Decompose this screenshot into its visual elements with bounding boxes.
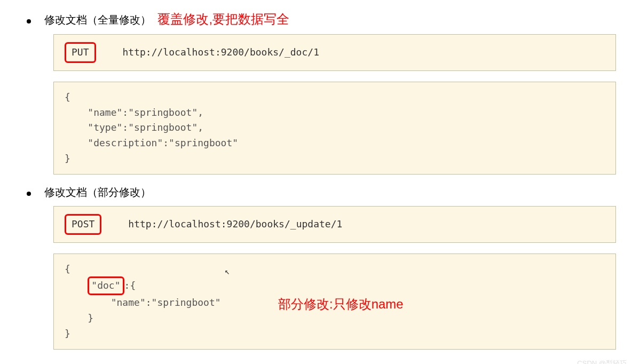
bullet-item-partial-update: 修改文档（部分修改） <box>16 185 616 200</box>
code-box-post-request: POST http://localhost:9200/books/_update… <box>53 206 616 243</box>
http-method-put: PUT <box>65 42 96 63</box>
json-line: } <box>65 151 605 167</box>
http-method-post: POST <box>65 214 101 235</box>
cursor-icon: ↖ <box>225 265 230 279</box>
json-line: "name":"springboot", <box>65 105 605 121</box>
json-line: "type":"springboot", <box>65 120 605 136</box>
json-line: { <box>65 262 605 277</box>
doc-key-highlight: "doc" <box>88 276 124 295</box>
bullet-icon <box>27 192 31 196</box>
annotation-partial-update: 部分修改:只修改name <box>278 294 404 314</box>
json-line: } <box>65 326 605 342</box>
watermark: CSDN @梨轻巧 <box>577 359 627 364</box>
bullet-text-full: 修改文档（全量修改） <box>44 14 151 26</box>
json-line: "description":"springboot" <box>65 136 605 151</box>
code-box-post-body: ↖ { "doc":{ "name":"springboot" } } 部分修改… <box>53 254 616 350</box>
json-line: { <box>65 90 605 105</box>
annotation-full-update: 覆盖修改,要把数据写全 <box>157 12 289 26</box>
bullet-text-partial: 修改文档（部分修改） <box>44 186 151 198</box>
bullet-item-full-update: 修改文档（全量修改） 覆盖修改,要把数据写全 <box>16 11 616 28</box>
json-line-doc: "doc":{ <box>65 276 605 295</box>
url-post: http://localhost:9200/books/_update/1 <box>128 217 342 232</box>
bullet-icon <box>27 19 31 23</box>
code-box-put-request: PUT http://localhost:9200/books/_doc/1 <box>53 34 616 71</box>
url-put: http://localhost:9200/books/_doc/1 <box>123 45 319 60</box>
code-box-put-body: { "name":"springboot", "type":"springboo… <box>53 82 616 175</box>
